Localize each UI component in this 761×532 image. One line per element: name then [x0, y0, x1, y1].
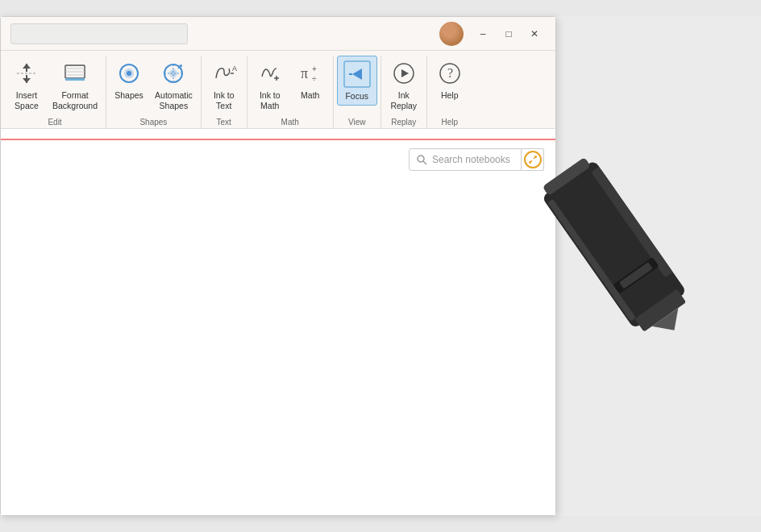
ribbon-group-edit: Insert Space F	[4, 56, 106, 128]
svg-line-34	[530, 160, 532, 163]
focus-button[interactable]: Focus	[337, 56, 377, 106]
shapes-group-label: Shapes	[110, 115, 198, 128]
expand-icon	[528, 155, 538, 164]
right-panel	[551, 16, 761, 516]
pink-divider-line	[1, 139, 555, 140]
search-placeholder: Search notebooks	[432, 154, 510, 165]
content-area: Search notebooks	[1, 129, 555, 515]
insert-space-button[interactable]: Insert Space	[7, 56, 46, 114]
focus-icon	[343, 60, 372, 89]
format-background-button[interactable]: Format Background	[48, 56, 102, 114]
search-input-container[interactable]: Search notebooks	[409, 148, 522, 171]
shapes-icon	[114, 59, 143, 88]
help-group-label: Help	[430, 115, 469, 128]
insert-space-label: Insert Space	[15, 90, 39, 110]
expand-circle	[524, 151, 542, 168]
format-background-label: Format Background	[52, 90, 98, 110]
ink-replay-icon	[389, 59, 418, 88]
avatar[interactable]	[439, 22, 464, 46]
ink-to-text-icon: A	[210, 59, 239, 88]
math-label: Math	[301, 90, 319, 101]
help-button[interactable]: ? Help	[430, 56, 469, 104]
insert-space-icon	[12, 59, 41, 88]
svg-marker-1	[23, 64, 31, 69]
ribbon-group-view: Focus View	[334, 56, 381, 128]
ribbon-groups: Insert Space F	[4, 56, 552, 128]
math-group-label: Math	[251, 115, 330, 128]
format-background-icon	[60, 59, 89, 88]
ink-to-math-label: Ink to Math	[260, 90, 281, 110]
svg-line-32	[423, 161, 426, 164]
text-group-label: Text	[205, 115, 243, 128]
search-icon	[416, 154, 427, 165]
ink-replay-button[interactable]: Ink Replay	[385, 56, 423, 114]
replay-group-label: Replay	[385, 115, 423, 128]
math-button[interactable]: π + ÷ Math	[291, 56, 330, 104]
ribbon-group-shapes: Shapes	[106, 56, 202, 128]
svg-text:+: +	[312, 64, 317, 73]
svg-rect-6	[65, 78, 85, 81]
shapes-button[interactable]: Shapes	[110, 56, 148, 104]
maximize-button[interactable]: □	[497, 23, 520, 45]
view-group-label: View	[337, 115, 377, 128]
expand-button[interactable]	[522, 148, 544, 171]
main-window: – □ ✕	[0, 16, 556, 516]
svg-marker-28	[401, 69, 409, 77]
minimize-button[interactable]: –	[472, 23, 494, 45]
svg-point-14	[169, 69, 177, 77]
ribbon-group-math: Ink to Math π + ÷ Math	[247, 56, 334, 128]
help-label: Help	[441, 90, 459, 101]
ink-replay-label: Ink Replay	[390, 90, 417, 110]
ribbon: Insert Space F	[1, 51, 555, 129]
svg-text:A: A	[232, 64, 237, 73]
ink-to-text-label: Ink to Text	[214, 90, 235, 110]
ribbon-group-text: A Ink to Text Text	[202, 56, 247, 128]
svg-text:?: ?	[447, 66, 453, 80]
ink-to-math-icon	[256, 59, 285, 88]
math-icon: π + ÷	[296, 59, 325, 88]
ribbon-group-replay: Ink Replay Replay	[381, 56, 427, 128]
search-bar: Search notebooks	[409, 148, 544, 171]
automatic-shapes-icon	[159, 59, 188, 88]
svg-point-12	[127, 71, 131, 76]
svg-line-33	[534, 156, 536, 159]
ink-to-text-button[interactable]: A Ink to Text	[205, 56, 243, 114]
close-button[interactable]: ✕	[523, 23, 546, 45]
ribbon-group-help: ? Help Help	[427, 56, 472, 128]
shapes-label: Shapes	[114, 90, 143, 101]
title-bar: – □ ✕	[1, 17, 555, 51]
edit-group-label: Edit	[7, 115, 102, 128]
ink-to-math-button[interactable]: Ink to Math	[251, 56, 289, 114]
automatic-shapes-button[interactable]: Automatic Shapes	[150, 56, 198, 114]
focus-label: Focus	[345, 91, 368, 102]
svg-text:÷: ÷	[312, 74, 317, 83]
svg-text:π: π	[301, 65, 308, 81]
title-search-bar[interactable]	[10, 23, 188, 44]
svg-marker-3	[23, 78, 31, 83]
window-controls: – □ ✕	[472, 23, 546, 45]
svg-point-31	[418, 156, 424, 162]
help-icon: ?	[435, 59, 464, 88]
automatic-shapes-label: Automatic Shapes	[155, 90, 193, 110]
